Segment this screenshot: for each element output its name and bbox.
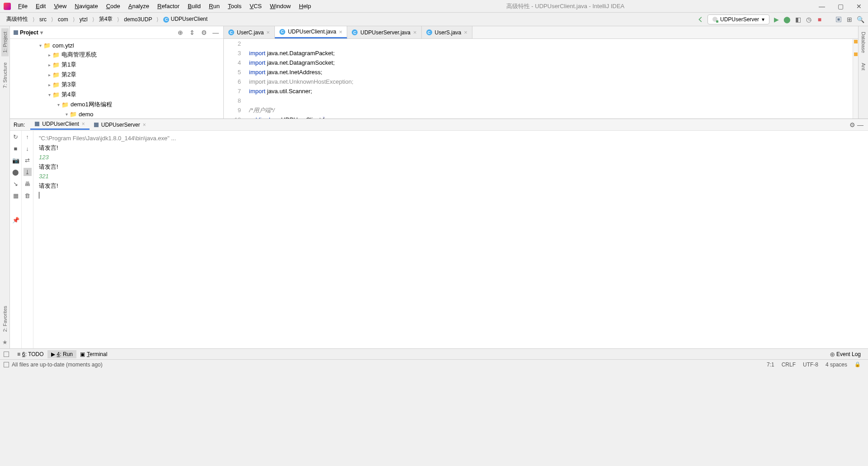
- run-tab[interactable]: UDPUserServer×: [90, 119, 151, 130]
- breadcrumb-item[interactable]: 高级特性: [4, 14, 31, 24]
- stop-button[interactable]: ■: [12, 144, 20, 152]
- tree-arrow[interactable]: ▸: [46, 72, 52, 77]
- close-icon[interactable]: ×: [266, 29, 270, 36]
- project-title[interactable]: Project ▾: [14, 29, 176, 36]
- menu-navigate[interactable]: Navigate: [71, 2, 101, 10]
- menu-window[interactable]: Window: [266, 2, 294, 10]
- menu-file[interactable]: File: [14, 2, 31, 10]
- code-lines[interactable]: import java.net.DatagramPacket;import ja…: [245, 39, 858, 119]
- breadcrumb-item[interactable]: ytzl: [77, 15, 90, 24]
- tree-item[interactable]: ▾📁demo: [10, 109, 223, 119]
- tree-arrow[interactable]: ▸: [46, 62, 52, 67]
- menu-refactor[interactable]: Refactor: [154, 2, 183, 10]
- pin-button[interactable]: 📌: [12, 216, 20, 224]
- layout-button[interactable]: ▦: [12, 191, 20, 200]
- minimize-button[interactable]: —: [816, 3, 828, 10]
- status-item[interactable]: 4 spaces: [822, 361, 851, 368]
- status-item[interactable]: UTF-8: [799, 361, 822, 368]
- editor-tab[interactable]: CUDPUserServer.java×: [347, 26, 421, 38]
- breadcrumb-item[interactable]: C UDPUserClient: [160, 15, 210, 24]
- menu-tools[interactable]: Tools: [224, 2, 245, 10]
- menu-help[interactable]: Help: [295, 2, 315, 10]
- breadcrumb-item[interactable]: src: [37, 15, 49, 24]
- error-stripe[interactable]: [853, 39, 858, 119]
- warning-marker[interactable]: [854, 40, 858, 43]
- layout-icon[interactable]: ⊞: [845, 15, 854, 24]
- run-tab[interactable]: UDPUserClient×: [30, 119, 89, 130]
- left-tab-project[interactable]: 1: Project: [1, 28, 9, 56]
- soft-wrap-button[interactable]: ⇄: [24, 156, 32, 164]
- panel-toggle-icon[interactable]: [4, 352, 9, 357]
- menu-code[interactable]: Code: [103, 2, 124, 10]
- clear-button[interactable]: 🗑: [24, 191, 32, 200]
- tree-arrow[interactable]: ▾: [63, 112, 70, 117]
- status-item[interactable]: CRLF: [778, 361, 799, 368]
- close-button[interactable]: ✕: [854, 3, 864, 10]
- menu-run[interactable]: Run: [205, 2, 223, 10]
- attach-debugger-button[interactable]: ⬤: [12, 168, 20, 176]
- right-tab-ant[interactable]: Ant: [860, 59, 867, 74]
- rerun-button[interactable]: ↻: [12, 133, 20, 141]
- hide-icon[interactable]: —: [856, 121, 864, 129]
- profile-button[interactable]: ◷: [805, 15, 813, 24]
- tree-arrow[interactable]: ▸: [46, 52, 52, 57]
- run-config-selector[interactable]: UDPUserServer ▾: [708, 14, 769, 24]
- close-icon[interactable]: ×: [339, 29, 343, 35]
- coverage-button[interactable]: ◧: [794, 15, 802, 24]
- hide-icon[interactable]: —: [212, 29, 220, 37]
- menu-view[interactable]: View: [50, 2, 70, 10]
- up-button[interactable]: ↑: [24, 133, 32, 141]
- tree-item[interactable]: ▸📁第3章: [10, 80, 223, 90]
- tree-item[interactable]: ▸📁第2章: [10, 70, 223, 80]
- close-icon[interactable]: ×: [82, 121, 85, 127]
- gear-icon[interactable]: ⚙: [848, 121, 856, 129]
- exit-button[interactable]: ↘: [12, 180, 20, 188]
- close-icon[interactable]: ×: [413, 29, 417, 36]
- menu-build[interactable]: Build: [184, 2, 204, 10]
- tree-arrow[interactable]: ▾: [37, 43, 43, 48]
- bottom-tab-run[interactable]: ▶4: Run: [47, 350, 76, 358]
- dump-button[interactable]: 📷: [12, 156, 20, 164]
- warning-marker[interactable]: [854, 52, 858, 56]
- right-tab-database[interactable]: Database: [860, 28, 867, 57]
- scroll-end-button[interactable]: ⤓: [24, 168, 32, 176]
- print-button[interactable]: 🖶: [24, 180, 32, 188]
- debug-button[interactable]: ⬤: [783, 15, 791, 24]
- structure-icon[interactable]: [835, 15, 843, 24]
- favorites-tab[interactable]: 2: Favorites: [1, 302, 9, 335]
- lock-icon[interactable]: 🔒: [851, 361, 864, 367]
- editor-tab[interactable]: CUserC.java×: [224, 26, 275, 38]
- collapse-icon[interactable]: ⇕: [188, 29, 196, 37]
- menu-analyze[interactable]: Analyze: [125, 2, 153, 10]
- project-tree[interactable]: ▾📁com.ytzl▸📁电商管理系统▸📁第1章▸📁第2章▸📁第3章▾📁第4章▾📁…: [10, 39, 223, 119]
- event-log-tab[interactable]: ◎ Event Log: [826, 350, 864, 358]
- status-icon[interactable]: [4, 362, 9, 367]
- stop-button[interactable]: ■: [816, 15, 824, 24]
- close-icon[interactable]: ×: [143, 122, 146, 128]
- breadcrumb-item[interactable]: 第4章: [96, 14, 116, 24]
- tree-item[interactable]: ▸📁电商管理系统: [10, 50, 223, 60]
- locate-icon[interactable]: ⊕: [176, 29, 184, 37]
- gear-icon[interactable]: ⚙: [200, 29, 208, 37]
- left-tab-structure[interactable]: 7: Structure: [1, 59, 9, 92]
- close-icon[interactable]: ×: [464, 29, 467, 36]
- tree-item[interactable]: ▾📁第4章: [10, 90, 223, 100]
- status-item[interactable]: 7:1: [763, 361, 778, 368]
- bottom-tab-terminal[interactable]: ▣Terminal: [76, 350, 111, 358]
- tree-item[interactable]: ▸📁第1章: [10, 60, 223, 70]
- run-button[interactable]: ▶: [772, 15, 780, 24]
- maximize-button[interactable]: ▢: [835, 3, 846, 10]
- tree-arrow[interactable]: ▾: [46, 92, 52, 97]
- menu-vcs[interactable]: VCS: [246, 2, 265, 10]
- breadcrumb-item[interactable]: com: [55, 15, 71, 24]
- menu-edit[interactable]: Edit: [32, 2, 49, 10]
- breadcrumb-item[interactable]: demo3UDP: [121, 15, 155, 24]
- bottom-tab-todo[interactable]: ≡6: TODO: [14, 350, 47, 358]
- code-area[interactable]: 2345678910 import java.net.DatagramPacke…: [224, 39, 858, 119]
- tree-item[interactable]: ▾📁demo1网络编程: [10, 100, 223, 109]
- tree-arrow[interactable]: ▸: [46, 82, 52, 87]
- tree-arrow[interactable]: ▾: [55, 102, 61, 107]
- editor-tab[interactable]: CUDPUserClient.java×: [275, 26, 347, 38]
- console-output[interactable]: "C:\Program Files\Java\jdk1.8.0_144\bin\…: [33, 131, 868, 348]
- search-button[interactable]: 🔍: [856, 15, 864, 24]
